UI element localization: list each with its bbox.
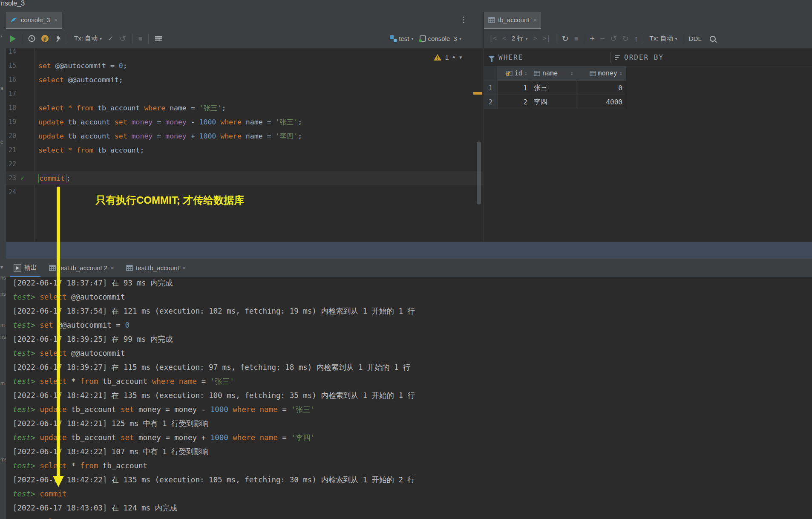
editor-line[interactable]: 15set @@autocommit = 0; [6, 59, 483, 73]
tx-mode-selector[interactable]: Tx: 自动 ▾ [650, 35, 677, 43]
grid-column-header-name[interactable]: name↕ [531, 66, 576, 81]
token: * [68, 104, 72, 112]
submit-icon[interactable]: ↑ [634, 35, 638, 43]
line-number: 18 [9, 101, 23, 115]
tab-tb-account[interactable]: tb_account × [484, 12, 541, 29]
parameters-icon[interactable]: p [41, 35, 49, 42]
token: select [38, 76, 64, 84]
editor-line[interactable]: 16select @@autocommit; [6, 73, 483, 87]
bottom-tab-输出[interactable]: 输出 [9, 259, 42, 277]
rollback-icon[interactable]: ↺ [119, 35, 126, 43]
toolwindow-button-fragment[interactable]: ns [0, 275, 6, 281]
editor-line[interactable]: 18select * from tb_account where name = … [6, 101, 483, 115]
editor-line[interactable]: 23✓commit; [6, 171, 483, 185]
tx-mode-selector[interactable]: Tx: 自动 ▾ [74, 35, 102, 43]
first-page-icon[interactable]: |< [489, 35, 497, 42]
editor-line[interactable]: 24 [6, 185, 483, 199]
grid-cell-name[interactable]: 张三 [531, 81, 576, 95]
token: set [115, 118, 127, 126]
toolwindow-button-fragment[interactable]: m [0, 381, 5, 386]
bottom-tab-test.tb_account 2[interactable]: test.tb_account 2× [44, 259, 119, 277]
add-row-icon[interactable]: + [590, 35, 594, 43]
manage-results-icon[interactable] [155, 35, 162, 42]
page-size-selector[interactable]: 2 行 ▾ [512, 35, 528, 43]
editor-line[interactable]: 14 [6, 49, 483, 59]
prev-problem-icon[interactable]: ▾ [452, 54, 455, 61]
refresh-icon[interactable]: ↻ [562, 35, 569, 43]
toolwindow-button-fragment[interactable]: › [0, 33, 2, 39]
grid-corner[interactable] [484, 66, 498, 81]
grid-cell-name[interactable]: 李四 [531, 95, 576, 109]
delete-row-icon[interactable]: − [600, 35, 605, 43]
chevron-down-icon: ▾ [526, 36, 528, 41]
toolwindow-header[interactable] [6, 242, 812, 259]
preview-changes-icon[interactable]: ↻ [622, 35, 629, 43]
grid-cell-id[interactable]: 1 [498, 81, 531, 95]
table-data-panel: WHERE ORDER BY id↕name↕money↕11张三022李四40… [484, 49, 812, 242]
grid-cell-money[interactable]: 4000 [576, 95, 626, 109]
settings-wrench-icon[interactable] [55, 35, 62, 42]
previous-page-icon[interactable]: < [502, 35, 506, 42]
close-icon[interactable]: × [182, 264, 186, 271]
column-name: money [598, 69, 617, 77]
session-selector[interactable]: console_3 ▾ [420, 35, 461, 42]
left-toolwindow-strip[interactable]: ›ae▾nsnsmnsmms [0, 12, 6, 519]
toolwindow-button-fragment[interactable]: ns [0, 334, 6, 340]
where-filter[interactable]: WHERE [484, 53, 610, 61]
editor-line[interactable]: 22 [6, 157, 483, 171]
sort-icon[interactable]: ↕ [619, 70, 622, 76]
order-by-filter[interactable]: ORDER BY [610, 53, 664, 61]
grid-row-number[interactable]: 1 [484, 81, 498, 95]
toolwindow-button-fragment[interactable]: e [0, 139, 3, 145]
toolwindow-button-fragment[interactable]: ▾ [0, 264, 3, 270]
grid-cell-money[interactable]: 0 [576, 81, 626, 95]
table-row: 11张三0 [484, 81, 626, 95]
tx-mode-label: Tx: 自动 [650, 35, 673, 43]
token: test> [13, 405, 35, 414]
bottom-tab-test.tb_account[interactable]: test.tb_account× [121, 259, 191, 277]
token [35, 349, 40, 358]
console-output[interactable]: [2022-06-17 18:37:47] 在 93 ms 内完成test> s… [6, 277, 812, 519]
token: '张三' [291, 405, 315, 414]
close-icon[interactable]: × [110, 264, 114, 271]
toolwindow-button-fragment[interactable]: m [0, 322, 5, 328]
grid-column-header-id[interactable]: id↕ [498, 66, 531, 81]
code-text: commit; [38, 171, 71, 185]
editor-line[interactable]: 21select * from tb_account; [6, 143, 483, 157]
sort-icon[interactable]: ↕ [570, 70, 573, 76]
toolwindow-button-fragment[interactable]: ns [0, 291, 6, 297]
toolwindow-button-fragment[interactable]: a [0, 85, 3, 91]
editor-scrollbar[interactable] [477, 141, 481, 205]
last-page-icon[interactable]: >| [543, 35, 550, 42]
console-line: test> select * from tb_account [13, 459, 147, 473]
inspections-widget[interactable]: ! 1 ▾ ▾ [434, 54, 462, 61]
revert-icon[interactable]: ↺ [610, 35, 617, 43]
history-icon[interactable] [28, 35, 35, 42]
grid-column-header-money[interactable]: money↕ [576, 66, 626, 81]
token [72, 146, 76, 154]
token: tb_account [98, 377, 152, 386]
sql-editor[interactable]: 1415set @@autocommit = 0;16select @@auto… [6, 49, 483, 242]
schema-selector[interactable]: test ▾ [390, 35, 413, 42]
more-options-icon[interactable] [461, 15, 466, 24]
toolwindow-button-fragment[interactable]: ms [0, 457, 6, 463]
sort-icon[interactable]: ↕ [524, 70, 527, 76]
editor-line[interactable]: 20update tb_account set money = money + … [6, 129, 483, 143]
grid-row-number[interactable]: 2 [484, 95, 498, 109]
grid-cell-id[interactable]: 2 [498, 95, 531, 109]
ddl-button[interactable]: DDL [689, 35, 702, 42]
tab-console-3[interactable]: console_3 × [6, 12, 62, 29]
search-icon[interactable] [710, 36, 716, 42]
editor-line[interactable]: 17 [6, 87, 483, 101]
next-page-icon[interactable]: > [533, 35, 537, 42]
close-icon[interactable]: × [533, 16, 537, 23]
commit-button[interactable]: ✓ [108, 35, 113, 42]
stop-button[interactable]: ■ [138, 35, 143, 42]
stop-refresh-icon[interactable]: ■ [574, 35, 579, 42]
editor-line[interactable]: 19update tb_account set money = money - … [6, 115, 483, 129]
execute-button[interactable] [10, 35, 16, 42]
close-icon[interactable]: × [54, 16, 58, 23]
token: = [153, 132, 165, 140]
token: 1000 [210, 433, 228, 442]
next-problem-icon[interactable]: ▾ [459, 54, 462, 61]
